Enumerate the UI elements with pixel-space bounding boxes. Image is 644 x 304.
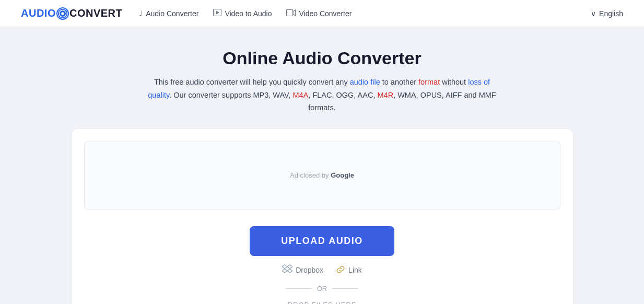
video-icon bbox=[286, 9, 296, 18]
subtitle-highlight-1: audio file bbox=[350, 78, 380, 86]
upload-links: Dropbox Link bbox=[282, 264, 362, 276]
dropbox-label: Dropbox bbox=[296, 266, 323, 274]
svg-rect-5 bbox=[287, 9, 293, 16]
main-content: Online Audio Converter This free audio c… bbox=[0, 27, 644, 304]
header-left: AUDIO CONVERT ♩ Audio Converter bbox=[21, 7, 352, 20]
svg-marker-4 bbox=[216, 11, 219, 14]
logo-convert-text: CONVERT bbox=[69, 7, 122, 19]
upload-audio-button[interactable]: UPLOAD AUDIO bbox=[250, 226, 394, 256]
music-icon: ♩ bbox=[139, 9, 143, 18]
header: AUDIO CONVERT ♩ Audio Converter bbox=[0, 0, 644, 27]
nav-audio-converter-label: Audio Converter bbox=[146, 9, 198, 18]
nav-links: ♩ Audio Converter Video to Audio bbox=[139, 9, 352, 18]
subtitle: This free audio converter will help you … bbox=[145, 76, 500, 114]
svg-point-1 bbox=[61, 11, 64, 15]
nav-video-to-audio[interactable]: Video to Audio bbox=[213, 9, 272, 18]
subtitle-highlight-4: M4A bbox=[293, 91, 309, 99]
subtitle-highlight-5: M4R bbox=[378, 91, 394, 99]
chevron-down-icon: ∨ bbox=[591, 9, 596, 18]
nav-video-converter-label: Video Converter bbox=[299, 9, 352, 18]
page-title: Online Audio Converter bbox=[223, 48, 421, 68]
ad-closed-label: Ad closed by bbox=[290, 171, 329, 179]
upload-card: Ad closed by Google UPLOAD AUDIO Dropbox bbox=[72, 129, 573, 304]
dropbox-link[interactable]: Dropbox bbox=[282, 264, 323, 276]
link-label: Link bbox=[348, 266, 362, 274]
ad-area: Ad closed by Google bbox=[84, 142, 560, 209]
or-label: OR bbox=[317, 285, 327, 293]
language-selector[interactable]: ∨ English bbox=[591, 9, 623, 18]
dropbox-icon bbox=[282, 264, 292, 276]
link-link[interactable]: Link bbox=[336, 265, 362, 276]
nav-video-converter[interactable]: Video Converter bbox=[286, 9, 352, 18]
nav-audio-converter[interactable]: ♩ Audio Converter bbox=[139, 9, 198, 18]
or-divider: OR bbox=[286, 285, 359, 293]
or-line-left bbox=[286, 288, 312, 289]
upload-section: UPLOAD AUDIO Dropbox bbox=[84, 226, 560, 304]
logo-audio-text: AUDIO bbox=[21, 7, 56, 19]
ad-text: Ad closed by Google bbox=[290, 171, 354, 179]
or-line-right bbox=[332, 288, 358, 289]
subtitle-highlight-2: format bbox=[418, 78, 440, 86]
drop-files-label: DROP FILES HERE bbox=[288, 301, 357, 304]
play-icon bbox=[213, 9, 221, 18]
language-label: English bbox=[599, 9, 623, 18]
nav-video-to-audio-label: Video to Audio bbox=[225, 9, 272, 18]
ad-google-label: Google bbox=[331, 171, 354, 179]
logo-icon bbox=[56, 7, 69, 20]
logo[interactable]: AUDIO CONVERT bbox=[21, 7, 122, 20]
link-icon bbox=[336, 265, 345, 276]
